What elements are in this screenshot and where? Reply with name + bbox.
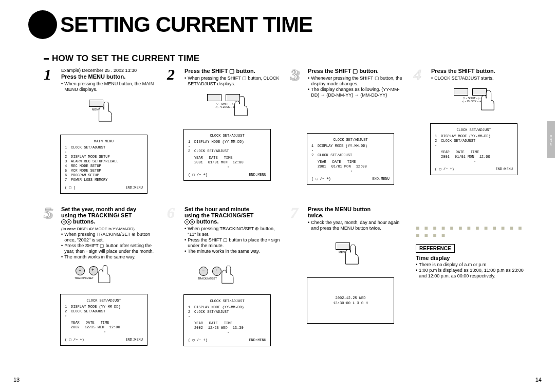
reference-bullets: There is no display of a.m or p.m. 1:00 … — [416, 262, 529, 279]
step-4: 4 Press the SHIFT button. CLOCK SET/ADJU… — [415, 66, 538, 196]
step-2-screen: CLOCK SET/ADJUST 1 ▫DISPLAY MODE (YY-MM-… — [183, 129, 271, 181]
step-2-bullets: When pressing the SHIFT ▢ button, CLOCK … — [184, 76, 282, 87]
step-4-screen: CLOCK SET/ADJUST 1DISPLAY MODE (YY-MM-DD… — [430, 123, 517, 175]
step-2: 2 Press the SHIFT ▢ button. When pressin… — [168, 66, 291, 196]
steps-row-1: 1 Example) December 25 . 2002 13:30 Pres… — [45, 66, 541, 196]
reference-title: Time display — [416, 255, 529, 261]
step-3: 3 3 Press the SHIFT ▢ button. Whenever p… — [291, 66, 415, 196]
step-number-3: 3 3 — [290, 66, 307, 83]
step-4-bullets: CLOCK SET/ADJUST starts. — [431, 76, 529, 81]
step-1-title: Press the MENU button. — [61, 73, 159, 80]
reference-column: ■ ■ ■ ■ ■ ■ ■ ■ ■ ■ ■ ■ ■ ■ ■ ■ ■ REFERE… — [415, 204, 538, 348]
section-title: HOW TO SET THE CURRENT TIME — [52, 53, 199, 64]
step-7: 7 Press the MENU button twice. Check the… — [291, 204, 415, 348]
step-2-press-illus: ▽ − SHIFT − ▷ ◁ − V-LOCK − ⊕ — [190, 92, 256, 126]
step-3-title: Press the SHIFT ▢ button. — [308, 68, 405, 74]
step-3-bullets: Whenever pressing the SHIFT ▢ button, th… — [308, 76, 405, 98]
minus-icon — [184, 219, 190, 225]
step-4-title: Press the SHIFT button. — [431, 68, 529, 74]
step-7-screen: 2002-12-25 WED 13:30:00 L 3 0 H — [307, 277, 394, 324]
section-header: HOW TO SET THE CURRENT TIME — [44, 53, 555, 64]
step-5-title: Set the year, month and day using the TR… — [61, 206, 159, 225]
side-tab-menu: MENU — [547, 121, 555, 158]
steps-row-2: 5 5 Set the year, month and day using th… — [45, 204, 541, 348]
step-number-6: 6 — [167, 204, 183, 221]
plus-icon — [190, 219, 195, 225]
plus-icon — [66, 219, 71, 225]
title-bullet-icon — [28, 10, 57, 39]
step-5: 5 5 Set the year, month and day using th… — [45, 204, 168, 348]
step-7-press-illus: MENU — [313, 240, 380, 274]
step-number-4: 4 — [414, 66, 430, 83]
step-7-bullets: Check the year, month, day and hour agai… — [308, 220, 405, 231]
step-1-press-illus: MENU — [66, 98, 133, 132]
step-6-bullets: When pressing TRACKING/SET ⊕ button, "13… — [184, 226, 282, 254]
dash-icon — [44, 58, 49, 60]
step-6-title: Set the hour and minute using the TRACKI… — [184, 206, 282, 225]
reference-dots-icon: ■ ■ ■ ■ ■ ■ ■ ■ ■ ■ ■ ■ ■ ■ ■ ■ ■ — [416, 225, 529, 239]
step-number-7: 7 — [290, 204, 307, 221]
step-number-1: 1 — [44, 66, 60, 83]
step-6: 6 Set the hour and minute using the TRAC… — [168, 204, 291, 348]
step-6-screen: CLOCK SET/ADJUST 1DISPLAY MODE (YY-MM-DD… — [183, 294, 271, 346]
page-number-left: 13 — [13, 377, 20, 383]
minus-icon — [61, 219, 66, 225]
page-number-right: 14 — [535, 377, 542, 383]
page-title: SETTING CURRENT TIME — [60, 12, 312, 37]
step-7-title: Press the MENU button twice. — [308, 206, 405, 218]
step-1-example: Example) December 25 . 2002 13:30 — [61, 68, 159, 73]
step-6-trackset-illus: − + TRACKING/SET — [189, 266, 282, 291]
page-title-row: SETTING CURRENT TIME — [28, 10, 555, 39]
step-4-press-illus: ▽ − SHIFT − ▷ ◁ − V-LOCK − ⊕ — [436, 86, 503, 120]
reference-label: REFERENCE — [416, 244, 455, 253]
step-number-5: 5 5 — [44, 204, 60, 221]
step-2-title: Press the SHIFT ▢ button. — [184, 68, 282, 74]
step-5-screen: CLOCK SET/ADJUST 1DISPLAY MODE (YY-MM-DD… — [60, 294, 147, 346]
step-number-2: 2 — [167, 66, 183, 83]
step-1: 1 Example) December 25 . 2002 13:30 Pres… — [45, 66, 168, 196]
step-5-trackset-illus: − + TRACKING/SET — [65, 265, 159, 291]
step-1-bullets: When pressing the MENU button, the MAIN … — [61, 81, 159, 92]
step-3-screen: CLOCK SET/ADJUST 1 ▫DISPLAY MODE (YY-MM-… — [307, 133, 394, 185]
step-1-screen: MAIN MENU 1 ▫CLOCK SET/ADJUST 2DISPLAY M… — [60, 135, 147, 194]
step-5-bullets: (In case DISPLAY MODE is YY-MM-DD) When … — [61, 226, 159, 260]
